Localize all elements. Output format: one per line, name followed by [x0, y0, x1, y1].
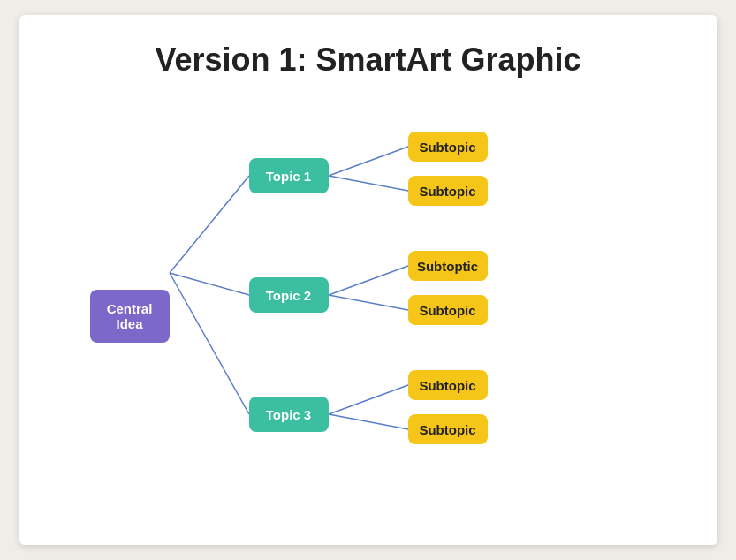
svg-line-6 — [329, 295, 408, 310]
slide-title: Version 1: SmartArt Graphic — [155, 42, 580, 79]
svg-line-7 — [329, 385, 408, 414]
subtopic-1-1-node: Subtopic — [408, 132, 488, 162]
diagram-area: Central Idea Topic 1 Topic 2 Topic 3 Sub… — [37, 105, 700, 527]
subtopic-2-2-node: Subtopic — [408, 295, 488, 325]
slide: Version 1: SmartArt Graphic Central Idea — [19, 15, 717, 545]
topic-1-node: Topic 1 — [249, 158, 329, 193]
svg-line-2 — [170, 273, 249, 414]
svg-line-5 — [329, 266, 408, 295]
subtopic-1-2-node: Subtopic — [408, 176, 488, 206]
subtopic-3-1-node: Subtopic — [408, 370, 488, 400]
svg-line-3 — [329, 147, 408, 176]
central-idea-node: Central Idea — [90, 290, 170, 343]
subtopic-2-1-node: Subtoptic — [408, 251, 488, 281]
subtopic-3-2-node: Subtopic — [408, 414, 488, 444]
topic-3-node: Topic 3 — [249, 397, 329, 432]
svg-line-4 — [329, 176, 408, 191]
svg-line-1 — [170, 273, 249, 295]
svg-line-0 — [170, 176, 249, 273]
svg-line-8 — [329, 414, 408, 429]
topic-2-node: Topic 2 — [249, 277, 329, 313]
